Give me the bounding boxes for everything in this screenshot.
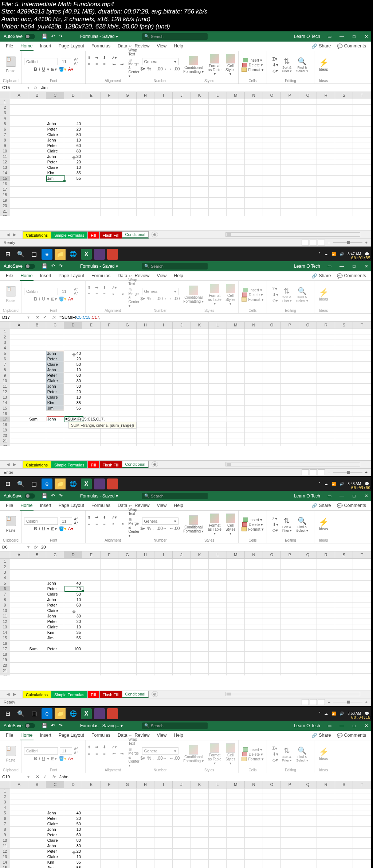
name-box[interactable]: C15▾ (0, 84, 32, 92)
cell-F9[interactable] (101, 373, 119, 378)
cell-S18[interactable] (335, 652, 353, 657)
cell-P10[interactable] (281, 378, 299, 384)
cell-M12[interactable] (227, 619, 245, 624)
cell-E14[interactable] (82, 630, 101, 635)
sheet-tab-fill[interactable]: Fill (87, 231, 99, 239)
cell-M12[interactable] (227, 389, 245, 395)
column-header-L[interactable]: L (209, 551, 227, 558)
cell-C4[interactable] (46, 805, 64, 810)
cell-A9[interactable] (10, 832, 28, 838)
cell-F9[interactable] (101, 832, 119, 838)
cell-D11[interactable]: 30 (64, 154, 82, 159)
cell-K10[interactable] (191, 838, 209, 843)
cell-B8[interactable] (28, 597, 46, 602)
cell-M7[interactable] (227, 592, 245, 597)
cell-O17[interactable] (263, 187, 281, 192)
cell-D18[interactable] (64, 652, 82, 657)
cell-K20[interactable] (191, 433, 209, 438)
column-header-F[interactable]: F (101, 781, 119, 788)
cell-G10[interactable] (118, 148, 137, 154)
cell-J22[interactable] (173, 214, 191, 216)
cell-K18[interactable] (191, 652, 209, 657)
cell-M7[interactable] (227, 362, 245, 367)
cell-C12[interactable]: Peter (46, 849, 64, 854)
cell-P19[interactable] (281, 427, 299, 433)
zoom-slider[interactable] (333, 242, 362, 243)
cell-C22[interactable] (46, 444, 64, 446)
cell-O14[interactable] (263, 400, 281, 406)
task-view-icon[interactable]: ◫ (28, 249, 39, 260)
cell-G2[interactable] (118, 794, 137, 799)
cell-G21[interactable] (118, 209, 137, 214)
cell-I9[interactable] (154, 602, 173, 608)
cell-L10[interactable] (209, 148, 227, 154)
cell-T14[interactable] (353, 170, 371, 176)
cell-J16[interactable] (173, 641, 191, 646)
cell-I8[interactable] (154, 597, 173, 602)
cell-I2[interactable] (154, 794, 173, 799)
row-header-2[interactable]: 2 (0, 105, 10, 110)
column-header-P[interactable]: P (281, 322, 299, 329)
cell-D5[interactable]: 40 (64, 581, 82, 586)
cell-C16[interactable] (46, 411, 64, 416)
row-header-15[interactable]: 15 (0, 406, 10, 411)
cell-K16[interactable] (191, 411, 209, 416)
cell-E21[interactable] (82, 209, 101, 214)
cell-S20[interactable] (335, 663, 353, 668)
cell-S10[interactable] (335, 378, 353, 384)
cell-G21[interactable] (118, 668, 137, 674)
cell-M17[interactable] (227, 646, 245, 652)
cell-L22[interactable] (209, 674, 227, 675)
cell-M10[interactable] (227, 838, 245, 843)
cell-E10[interactable] (82, 608, 101, 613)
cell-J15[interactable] (173, 406, 191, 411)
cell-F5[interactable] (101, 351, 119, 356)
cell-D18[interactable] (64, 192, 82, 198)
cell-Q8[interactable] (299, 827, 317, 832)
cell-T6[interactable] (353, 816, 371, 821)
cell-C3[interactable] (46, 340, 64, 345)
cell-B1[interactable] (28, 788, 46, 794)
cell-C1[interactable] (46, 788, 64, 794)
cell-N3[interactable] (245, 570, 263, 575)
cell-A21[interactable] (10, 438, 28, 444)
cell-T22[interactable] (353, 214, 371, 216)
cell-P2[interactable] (281, 794, 299, 799)
cell-F15[interactable] (101, 406, 119, 411)
cell-L9[interactable] (209, 832, 227, 838)
cell-A20[interactable] (10, 203, 28, 209)
cell-G16[interactable] (118, 181, 137, 187)
cell-S12[interactable] (335, 159, 353, 165)
cell-S10[interactable] (335, 608, 353, 613)
cell-D8[interactable]: 10 (64, 367, 82, 373)
cell-T20[interactable] (353, 433, 371, 438)
cell-H19[interactable] (137, 657, 155, 663)
cell-F11[interactable] (101, 384, 119, 389)
cell-J17[interactable] (173, 187, 191, 192)
cell-I13[interactable] (154, 624, 173, 630)
cell-A17[interactable] (10, 187, 28, 192)
cell-A22[interactable] (10, 444, 28, 446)
cell-K13[interactable] (191, 854, 209, 860)
cell-F10[interactable] (101, 148, 119, 154)
cell-L15[interactable] (209, 406, 227, 411)
cell-G9[interactable] (118, 832, 137, 838)
cell-T17[interactable] (353, 416, 371, 422)
cell-G17[interactable] (118, 416, 137, 422)
cell-O1[interactable] (263, 559, 281, 564)
start-icon[interactable]: ⊞ (2, 478, 13, 489)
cell-C4[interactable] (46, 575, 64, 581)
cell-I11[interactable] (154, 613, 173, 619)
tab-insert[interactable]: Insert (36, 41, 55, 51)
cell-E14[interactable] (82, 860, 101, 865)
page-layout-view-button[interactable] (310, 469, 317, 475)
cell-G20[interactable] (118, 203, 137, 209)
cell-M2[interactable] (227, 105, 245, 110)
cell-I15[interactable] (154, 865, 173, 868)
cell-Q16[interactable] (299, 181, 317, 187)
tab-home[interactable]: Home (17, 501, 36, 510)
cell-E10[interactable] (82, 378, 101, 384)
row-header-22[interactable]: 22 (0, 444, 10, 446)
close-icon[interactable]: ✕ (363, 264, 370, 269)
cell-S15[interactable] (335, 176, 353, 181)
